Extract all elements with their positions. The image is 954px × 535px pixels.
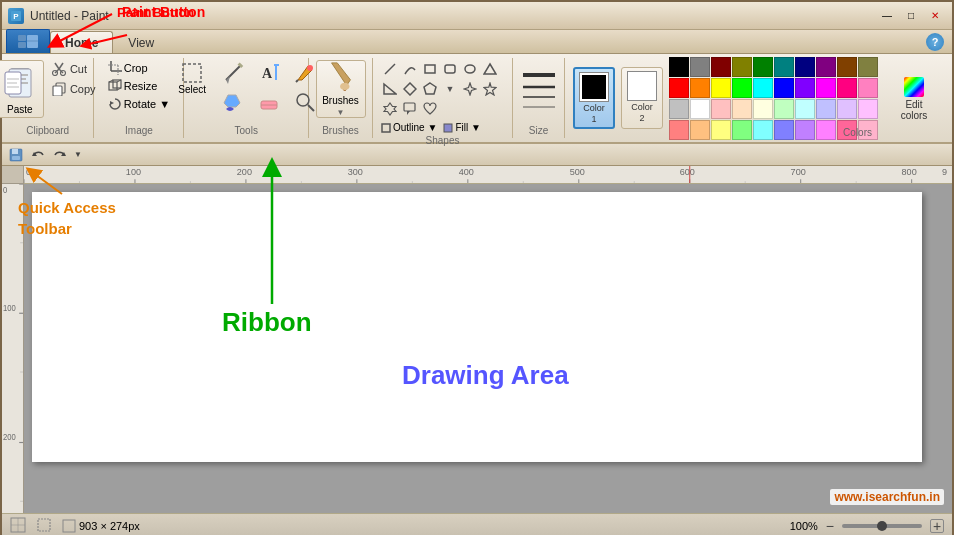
color-cell[interactable] bbox=[858, 99, 878, 119]
pentagon-shape[interactable] bbox=[421, 80, 439, 98]
color-cell[interactable] bbox=[669, 57, 689, 77]
color-cell[interactable] bbox=[753, 120, 773, 140]
color-cell[interactable] bbox=[795, 99, 815, 119]
brushes-button[interactable]: Brushes ▼ bbox=[316, 60, 366, 118]
color-cell[interactable] bbox=[837, 99, 857, 119]
color-cell[interactable] bbox=[816, 99, 836, 119]
svg-rect-62 bbox=[444, 124, 452, 132]
rect2-shape[interactable] bbox=[441, 60, 459, 78]
color-cell[interactable] bbox=[795, 78, 815, 98]
ellipse-shape[interactable] bbox=[461, 60, 479, 78]
zoom-thumb[interactable] bbox=[877, 521, 887, 531]
color-cell[interactable] bbox=[732, 57, 752, 77]
eraser-button[interactable] bbox=[254, 89, 284, 115]
size-selector[interactable] bbox=[515, 65, 563, 119]
cut-button[interactable]: Cut bbox=[48, 60, 100, 78]
heart-shape[interactable] bbox=[421, 100, 439, 118]
tab-view[interactable]: View bbox=[113, 31, 169, 53]
paint-button[interactable] bbox=[6, 29, 50, 53]
color-cell[interactable] bbox=[753, 99, 773, 119]
triangle-shape[interactable] bbox=[481, 60, 499, 78]
color-cell[interactable] bbox=[669, 120, 689, 140]
color-cell[interactable] bbox=[732, 78, 752, 98]
color-cell[interactable] bbox=[753, 57, 773, 77]
color-cell[interactable] bbox=[732, 120, 752, 140]
line-shape[interactable] bbox=[381, 60, 399, 78]
curve-shape[interactable] bbox=[401, 60, 419, 78]
paste-button[interactable]: Paste bbox=[0, 60, 44, 118]
color-cell[interactable] bbox=[711, 78, 731, 98]
color-cell[interactable] bbox=[669, 99, 689, 119]
fill-mode-button[interactable]: Fill ▼ bbox=[443, 122, 480, 133]
svg-line-44 bbox=[296, 80, 298, 82]
callout-shape[interactable] bbox=[401, 100, 419, 118]
svg-line-21 bbox=[59, 63, 63, 69]
zoom-in-button[interactable]: + bbox=[930, 519, 944, 533]
color-cell[interactable] bbox=[816, 57, 836, 77]
color-cell[interactable] bbox=[816, 78, 836, 98]
edit-colors-button[interactable]: Edit colors bbox=[884, 71, 944, 125]
color-cell[interactable] bbox=[732, 99, 752, 119]
color2-button[interactable]: Color 2 bbox=[621, 67, 663, 129]
color-cell[interactable] bbox=[795, 57, 815, 77]
zoom-slider[interactable] bbox=[842, 524, 922, 528]
zoom-out-button[interactable]: − bbox=[826, 518, 834, 534]
color-cell[interactable] bbox=[837, 57, 857, 77]
rect-shape[interactable] bbox=[421, 60, 439, 78]
quick-access-dropdown[interactable]: ▼ bbox=[72, 146, 84, 164]
svg-rect-49 bbox=[425, 65, 435, 73]
more-shapes[interactable]: ▼ bbox=[441, 80, 459, 98]
color-cell[interactable] bbox=[690, 99, 710, 119]
star4-shape[interactable] bbox=[461, 80, 479, 98]
color1-button[interactable]: Color 1 bbox=[573, 67, 615, 129]
color-cell[interactable] bbox=[858, 78, 878, 98]
color-cell[interactable] bbox=[774, 78, 794, 98]
fill-button[interactable] bbox=[218, 89, 248, 115]
help-icon[interactable]: ? bbox=[926, 33, 944, 51]
close-button[interactable]: ✕ bbox=[924, 7, 946, 25]
star6-shape[interactable] bbox=[381, 100, 399, 118]
canvas-paper[interactable] bbox=[32, 192, 922, 462]
color-cell[interactable] bbox=[711, 57, 731, 77]
star5-shape[interactable] bbox=[481, 80, 499, 98]
brushes-dropdown-arrow: ▼ bbox=[337, 108, 345, 117]
select-button[interactable]: Select bbox=[172, 60, 212, 97]
text-button[interactable]: A bbox=[254, 60, 284, 86]
svg-line-20 bbox=[55, 63, 59, 69]
ruler-corner bbox=[2, 166, 24, 184]
size-group: Size bbox=[513, 58, 565, 138]
maximize-button[interactable]: □ bbox=[900, 7, 922, 25]
color-cell[interactable] bbox=[690, 57, 710, 77]
color-cell[interactable] bbox=[690, 120, 710, 140]
zoom-percent: 100% bbox=[790, 520, 818, 532]
tab-home[interactable]: Home bbox=[50, 31, 113, 53]
minimize-button[interactable]: — bbox=[876, 7, 898, 25]
svg-rect-102 bbox=[2, 184, 23, 513]
resize-label: Resize bbox=[124, 80, 158, 92]
color-cell[interactable] bbox=[690, 78, 710, 98]
color-cell[interactable] bbox=[753, 78, 773, 98]
color-cell[interactable] bbox=[837, 78, 857, 98]
color-cell[interactable] bbox=[858, 57, 878, 77]
outline-button[interactable]: Outline ▼ bbox=[381, 122, 437, 133]
color-cell[interactable] bbox=[774, 57, 794, 77]
crop-button[interactable]: Crop bbox=[105, 60, 151, 76]
resize-button[interactable]: Resize bbox=[105, 78, 161, 94]
copy-button[interactable]: Copy bbox=[48, 80, 100, 98]
undo-button[interactable] bbox=[28, 146, 48, 164]
color-cell[interactable] bbox=[795, 120, 815, 140]
color-cell[interactable] bbox=[816, 120, 836, 140]
color-cell[interactable] bbox=[669, 78, 689, 98]
drawing-surface[interactable] bbox=[24, 184, 952, 513]
rtriangle-shape[interactable] bbox=[381, 80, 399, 98]
color-cell[interactable] bbox=[711, 99, 731, 119]
color-cell[interactable] bbox=[711, 120, 731, 140]
pencil-button[interactable] bbox=[218, 60, 248, 86]
save-button[interactable] bbox=[6, 146, 26, 164]
color-cell[interactable] bbox=[774, 99, 794, 119]
color-cell[interactable] bbox=[774, 120, 794, 140]
redo-button[interactable] bbox=[50, 146, 70, 164]
svg-text:0: 0 bbox=[26, 168, 31, 178]
diamond-shape[interactable] bbox=[401, 80, 419, 98]
rotate-button[interactable]: Rotate ▼ bbox=[105, 96, 173, 112]
